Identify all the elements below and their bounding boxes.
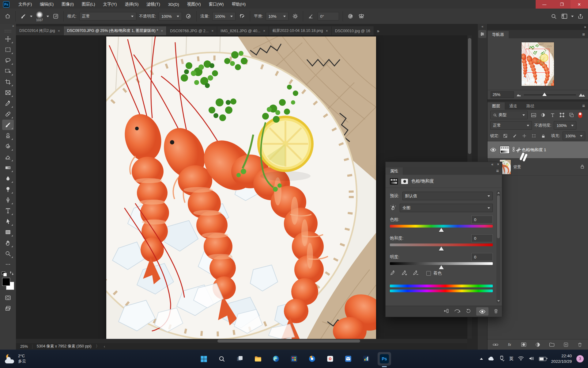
- quick-mask-button[interactable]: [2, 293, 14, 303]
- saturation-slider-thumb[interactable]: [439, 247, 444, 251]
- help-button[interactable]: [305, 352, 319, 366]
- app-grid-button[interactable]: [287, 352, 301, 366]
- preset-select[interactable]: 默认值: [402, 192, 493, 200]
- tool-clone-stamp[interactable]: [2, 130, 14, 141]
- filter-type-layers-icon[interactable]: [549, 112, 556, 118]
- adjustment-layer-thumbnail[interactable]: [500, 146, 510, 154]
- menu-file[interactable]: 文件(F): [14, 0, 36, 9]
- tool-spot-healing-brush[interactable]: [2, 109, 14, 119]
- battery-icon[interactable]: [539, 357, 546, 361]
- navigator-menu-icon[interactable]: ≡: [582, 32, 588, 37]
- lightness-slider[interactable]: [390, 262, 493, 265]
- layers-menu-icon[interactable]: ≡: [582, 103, 588, 108]
- start-button[interactable]: [197, 352, 210, 366]
- tool-hand[interactable]: [2, 238, 14, 248]
- smoothing-options-gear-icon[interactable]: [291, 12, 299, 21]
- lightness-slider-thumb[interactable]: [439, 265, 444, 269]
- menu-image[interactable]: 图像(I): [58, 0, 78, 9]
- tab-navigator[interactable]: 导航器: [488, 31, 509, 38]
- new-adjustment-layer-icon[interactable]: [534, 342, 541, 347]
- menu-layer[interactable]: 图层(L): [78, 0, 99, 9]
- scroll-left-arrow-icon[interactable]: ‹: [104, 344, 105, 349]
- airbrush-icon[interactable]: [238, 12, 246, 21]
- filter-adjustment-layers-icon[interactable]: [540, 112, 547, 118]
- opacity-select[interactable]: 100%: [159, 12, 182, 21]
- brush-panel-toggle-icon[interactable]: [52, 12, 60, 21]
- search-button[interactable]: [215, 352, 228, 366]
- document-tab[interactable]: IMG_8261.JPG @ 40...×: [217, 26, 269, 35]
- onedrive-cloud-icon[interactable]: [488, 356, 495, 362]
- menu-filter[interactable]: 滤镜(T): [143, 0, 164, 9]
- menu-type[interactable]: 文字(Y): [99, 0, 121, 9]
- workspace-switcher-icon[interactable]: [560, 12, 568, 21]
- analytics-app-button[interactable]: [360, 352, 373, 366]
- brush-size-preview[interactable]: 1037: [36, 11, 43, 22]
- filter-smart-objects-icon[interactable]: [568, 112, 575, 118]
- layer-fill-select[interactable]: 100%: [563, 132, 585, 140]
- share-icon[interactable]: [576, 12, 584, 21]
- file-explorer-button[interactable]: [251, 352, 265, 366]
- saturation-slider[interactable]: [390, 243, 493, 246]
- tab-paths[interactable]: 路径: [522, 102, 539, 110]
- delete-layer-trash-icon[interactable]: [576, 342, 584, 347]
- snipping-tool-button[interactable]: [323, 352, 337, 366]
- delete-adjustment-trash-icon[interactable]: [494, 309, 498, 315]
- tool-zoom[interactable]: [2, 248, 14, 259]
- close-tab-icon[interactable]: ×: [211, 29, 213, 33]
- layer-row-background[interactable]: 背景: [488, 159, 588, 176]
- hue-slider[interactable]: [390, 225, 493, 228]
- tool-type[interactable]: [2, 205, 14, 216]
- tool-eyedropper[interactable]: [2, 98, 14, 109]
- reset-adjustment-icon[interactable]: [466, 309, 471, 315]
- document-tab[interactable]: 截屏2022-10-04 18.10.18.png×: [269, 26, 331, 35]
- tool-object-selection[interactable]: [2, 66, 14, 76]
- menu-3d[interactable]: 3D(D): [164, 0, 183, 9]
- brush-angle-field[interactable]: 0°: [318, 12, 339, 21]
- properties-panel-titlebar[interactable]: « ×: [386, 162, 502, 167]
- layer-style-fx-icon[interactable]: fx: [506, 342, 513, 347]
- tool-blur[interactable]: [2, 173, 14, 184]
- layer-row-hue-saturation[interactable]: 色相/饱和度 1: [488, 141, 588, 159]
- tool-path-selection[interactable]: [2, 216, 14, 227]
- navigator-zoom-field[interactable]: 25%: [491, 91, 514, 98]
- toolbar-grip[interactable]: [5, 30, 11, 32]
- mail-button[interactable]: [341, 352, 355, 366]
- document-tab[interactable]: DSC09768.JPG @ 2...×: [167, 26, 217, 35]
- foreground-color-swatch[interactable]: [2, 278, 10, 286]
- toolbar-ellipsis-icon[interactable]: [2, 259, 14, 270]
- properties-scrollbar[interactable]: [496, 190, 500, 303]
- view-previous-state-icon[interactable]: [454, 309, 461, 314]
- tool-move[interactable]: [2, 34, 14, 44]
- status-zoom-field[interactable]: 25%: [20, 344, 28, 349]
- zoom-in-mountain-icon[interactable]: [579, 92, 585, 98]
- close-tab-icon[interactable]: ×: [326, 29, 328, 33]
- tab-properties[interactable]: 属性: [386, 167, 403, 175]
- eyedropper-subtract-icon[interactable]: [413, 270, 418, 277]
- photoshop-taskbar-button[interactable]: Ps: [378, 352, 391, 366]
- properties-scrollbar-thumb[interactable]: [497, 195, 500, 238]
- minimize-button[interactable]: —: [536, 0, 553, 9]
- menu-help[interactable]: 帮助(H): [228, 0, 250, 9]
- navigator-preview[interactable]: [522, 42, 554, 86]
- hue-value-field[interactable]: 0: [471, 216, 493, 224]
- collapsed-properties-panel-icon[interactable]: [478, 30, 486, 38]
- home-icon[interactable]: [4, 12, 12, 21]
- lock-position-icon[interactable]: [521, 133, 528, 139]
- tool-rectangular-marquee[interactable]: [2, 44, 14, 55]
- lock-artboard-icon[interactable]: [530, 133, 537, 139]
- add-layer-mask-icon[interactable]: [520, 342, 527, 347]
- navigator-view-rectangle[interactable]: [526, 49, 549, 72]
- layer-blend-mode-select[interactable]: 正常: [490, 121, 532, 130]
- layer-name[interactable]: 背景: [513, 164, 521, 170]
- lock-transparency-icon[interactable]: [502, 133, 509, 139]
- toggle-visibility-eye-button[interactable]: [476, 307, 488, 316]
- document-tab-active[interactable]: DSC09703.JPG @ 25% (色相/饱和度 1, 图层蒙版/8) *×: [64, 26, 167, 35]
- screen-mode-button[interactable]: [2, 303, 14, 314]
- properties-menu-icon[interactable]: ≡: [496, 168, 502, 173]
- layer-opacity-select[interactable]: 100%: [554, 121, 576, 130]
- tab-overflow-icon[interactable]: »: [374, 26, 382, 35]
- lock-pixels-icon[interactable]: [511, 133, 518, 139]
- close-panel-icon[interactable]: ×: [497, 162, 499, 167]
- zoom-out-mountain-icon[interactable]: [517, 93, 521, 97]
- restore-button[interactable]: ❐: [553, 0, 571, 9]
